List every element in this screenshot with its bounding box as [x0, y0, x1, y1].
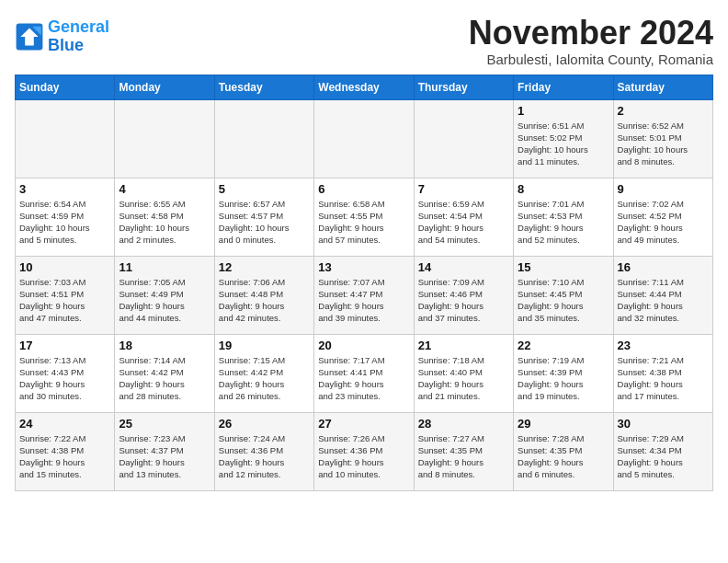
month-title: November 2024: [469, 15, 713, 52]
day-info: Sunrise: 7:22 AM Sunset: 4:38 PM Dayligh…: [19, 432, 110, 481]
day-number: 5: [219, 182, 310, 196]
calendar-cell: 6Sunrise: 6:58 AM Sunset: 4:55 PM Daylig…: [314, 178, 414, 256]
day-info: Sunrise: 7:28 AM Sunset: 4:35 PM Dayligh…: [518, 432, 609, 481]
calendar-week-3: 10Sunrise: 7:03 AM Sunset: 4:51 PM Dayli…: [16, 256, 713, 334]
title-block: November 2024 Barbulesti, Ialomita Count…: [469, 15, 713, 67]
day-number: 20: [318, 339, 409, 352]
day-info: Sunrise: 7:02 AM Sunset: 4:52 PM Dayligh…: [618, 198, 709, 247]
day-info: Sunrise: 7:15 AM Sunset: 4:42 PM Dayligh…: [219, 354, 310, 403]
day-info: Sunrise: 7:10 AM Sunset: 4:45 PM Dayligh…: [518, 276, 609, 325]
day-info: Sunrise: 7:03 AM Sunset: 4:51 PM Dayligh…: [19, 276, 110, 325]
calendar-cell: 5Sunrise: 6:57 AM Sunset: 4:57 PM Daylig…: [214, 178, 313, 256]
logo-icon: [15, 22, 44, 52]
calendar-cell: [16, 99, 115, 178]
calendar-week-2: 3Sunrise: 6:54 AM Sunset: 4:59 PM Daylig…: [16, 178, 713, 256]
calendar-cell: 9Sunrise: 7:02 AM Sunset: 4:52 PM Daylig…: [613, 178, 712, 256]
calendar-cell: 30Sunrise: 7:29 AM Sunset: 4:34 PM Dayli…: [613, 412, 712, 490]
day-info: Sunrise: 7:11 AM Sunset: 4:44 PM Dayligh…: [618, 276, 709, 325]
day-info: Sunrise: 7:27 AM Sunset: 4:35 PM Dayligh…: [418, 432, 509, 481]
calendar-cell: 17Sunrise: 7:13 AM Sunset: 4:43 PM Dayli…: [16, 334, 115, 412]
calendar-cell: 1Sunrise: 6:51 AM Sunset: 5:02 PM Daylig…: [514, 99, 613, 178]
logo-text: General Blue: [48, 18, 109, 55]
day-info: Sunrise: 6:51 AM Sunset: 5:02 PM Dayligh…: [518, 120, 609, 168]
calendar-cell: 15Sunrise: 7:10 AM Sunset: 4:45 PM Dayli…: [514, 256, 613, 334]
calendar-cell: 28Sunrise: 7:27 AM Sunset: 4:35 PM Dayli…: [414, 412, 513, 490]
day-number: 9: [618, 182, 709, 196]
calendar-cell: 14Sunrise: 7:09 AM Sunset: 4:46 PM Dayli…: [414, 256, 513, 334]
day-number: 3: [19, 182, 110, 196]
calendar-cell: 12Sunrise: 7:06 AM Sunset: 4:48 PM Dayli…: [214, 256, 313, 334]
logo-line1: General: [48, 17, 109, 36]
calendar-week-1: 1Sunrise: 6:51 AM Sunset: 5:02 PM Daylig…: [16, 99, 713, 178]
day-info: Sunrise: 7:21 AM Sunset: 4:38 PM Dayligh…: [618, 354, 709, 403]
day-number: 21: [418, 339, 509, 352]
location-subtitle: Barbulesti, Ialomita County, Romania: [469, 52, 713, 67]
day-info: Sunrise: 7:18 AM Sunset: 4:40 PM Dayligh…: [418, 354, 509, 403]
day-info: Sunrise: 7:19 AM Sunset: 4:39 PM Dayligh…: [518, 354, 609, 403]
day-number: 2: [618, 104, 709, 118]
header-day-sunday: Sunday: [16, 75, 115, 99]
calendar-cell: 22Sunrise: 7:19 AM Sunset: 4:39 PM Dayli…: [514, 334, 613, 412]
calendar-cell: 13Sunrise: 7:07 AM Sunset: 4:47 PM Dayli…: [314, 256, 414, 334]
day-number: 4: [119, 182, 210, 196]
header-row: SundayMondayTuesdayWednesdayThursdayFrid…: [16, 75, 713, 99]
day-number: 14: [418, 260, 509, 274]
calendar-cell: [314, 99, 414, 178]
day-number: 18: [119, 339, 210, 352]
calendar-cell: 18Sunrise: 7:14 AM Sunset: 4:42 PM Dayli…: [115, 334, 214, 412]
calendar-week-5: 24Sunrise: 7:22 AM Sunset: 4:38 PM Dayli…: [16, 412, 713, 490]
day-info: Sunrise: 7:05 AM Sunset: 4:49 PM Dayligh…: [119, 276, 210, 325]
day-info: Sunrise: 7:29 AM Sunset: 4:34 PM Dayligh…: [618, 432, 709, 481]
calendar-table: SundayMondayTuesdayWednesdayThursdayFrid…: [15, 75, 713, 491]
calendar-cell: [214, 99, 313, 178]
calendar-cell: 24Sunrise: 7:22 AM Sunset: 4:38 PM Dayli…: [16, 412, 115, 490]
calendar-cell: 20Sunrise: 7:17 AM Sunset: 4:41 PM Dayli…: [314, 334, 414, 412]
calendar-cell: 21Sunrise: 7:18 AM Sunset: 4:40 PM Dayli…: [414, 334, 513, 412]
calendar-cell: 27Sunrise: 7:26 AM Sunset: 4:36 PM Dayli…: [314, 412, 414, 490]
day-number: 28: [418, 417, 509, 431]
day-number: 30: [618, 417, 709, 431]
header-day-tuesday: Tuesday: [214, 75, 313, 99]
day-number: 15: [518, 260, 609, 274]
day-info: Sunrise: 7:14 AM Sunset: 4:42 PM Dayligh…: [119, 354, 210, 403]
day-info: Sunrise: 7:26 AM Sunset: 4:36 PM Dayligh…: [318, 432, 409, 481]
calendar-cell: [414, 99, 513, 178]
header-day-wednesday: Wednesday: [314, 75, 414, 99]
day-info: Sunrise: 6:55 AM Sunset: 4:58 PM Dayligh…: [119, 198, 210, 247]
calendar-cell: 16Sunrise: 7:11 AM Sunset: 4:44 PM Dayli…: [613, 256, 712, 334]
day-number: 13: [318, 260, 409, 274]
day-number: 26: [219, 417, 310, 431]
header-day-friday: Friday: [514, 75, 613, 99]
calendar-cell: [115, 99, 214, 178]
calendar-cell: 10Sunrise: 7:03 AM Sunset: 4:51 PM Dayli…: [16, 256, 115, 334]
calendar-cell: 19Sunrise: 7:15 AM Sunset: 4:42 PM Dayli…: [214, 334, 313, 412]
calendar-body: 1Sunrise: 6:51 AM Sunset: 5:02 PM Daylig…: [16, 99, 713, 490]
day-number: 6: [318, 182, 409, 196]
calendar-cell: 26Sunrise: 7:24 AM Sunset: 4:36 PM Dayli…: [214, 412, 313, 490]
day-info: Sunrise: 6:52 AM Sunset: 5:01 PM Dayligh…: [618, 120, 709, 168]
calendar-cell: 4Sunrise: 6:55 AM Sunset: 4:58 PM Daylig…: [115, 178, 214, 256]
day-info: Sunrise: 6:57 AM Sunset: 4:57 PM Dayligh…: [219, 198, 310, 247]
calendar-cell: 3Sunrise: 6:54 AM Sunset: 4:59 PM Daylig…: [16, 178, 115, 256]
day-number: 19: [219, 339, 310, 352]
day-number: 16: [618, 260, 709, 274]
header-day-thursday: Thursday: [414, 75, 513, 99]
day-number: 17: [19, 339, 110, 352]
day-number: 23: [618, 339, 709, 352]
calendar-cell: 2Sunrise: 6:52 AM Sunset: 5:01 PM Daylig…: [613, 99, 712, 178]
day-info: Sunrise: 7:13 AM Sunset: 4:43 PM Dayligh…: [19, 354, 110, 403]
day-number: 29: [518, 417, 609, 431]
day-info: Sunrise: 6:54 AM Sunset: 4:59 PM Dayligh…: [19, 198, 110, 247]
calendar-cell: 25Sunrise: 7:23 AM Sunset: 4:37 PM Dayli…: [115, 412, 214, 490]
calendar-cell: 11Sunrise: 7:05 AM Sunset: 4:49 PM Dayli…: [115, 256, 214, 334]
day-number: 7: [418, 182, 509, 196]
day-number: 1: [518, 104, 609, 118]
day-number: 8: [518, 182, 609, 196]
day-number: 11: [119, 260, 210, 274]
day-info: Sunrise: 7:06 AM Sunset: 4:48 PM Dayligh…: [219, 276, 310, 325]
header-day-saturday: Saturday: [613, 75, 712, 99]
day-number: 10: [19, 260, 110, 274]
calendar-cell: 23Sunrise: 7:21 AM Sunset: 4:38 PM Dayli…: [613, 334, 712, 412]
day-number: 12: [219, 260, 310, 274]
day-info: Sunrise: 6:59 AM Sunset: 4:54 PM Dayligh…: [418, 198, 509, 247]
